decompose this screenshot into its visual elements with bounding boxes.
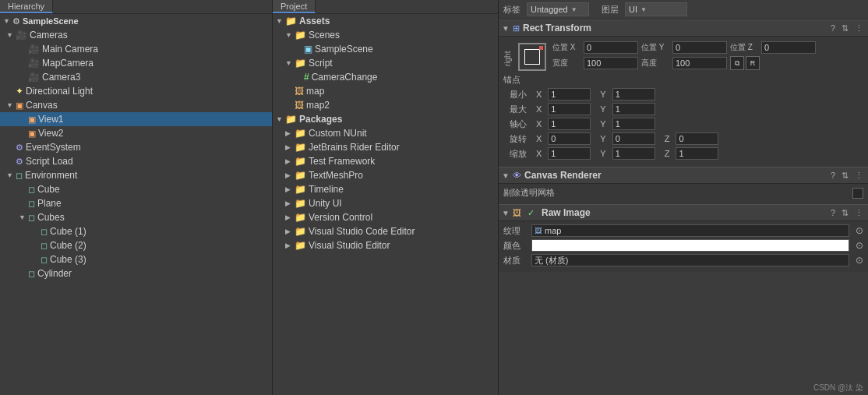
cameras-arrow: ▼ [6, 31, 16, 39]
project-item-packages[interactable]: ▼ 📁 Packages [273, 112, 498, 126]
hierarchy-item-environment[interactable]: ▼ ◻ Environment [0, 168, 272, 182]
hierarchy-item-cube1[interactable]: ◻ Cube (1) [0, 224, 272, 238]
anchor-min-label: 最小 [510, 89, 531, 101]
raw-image-help-btn[interactable]: ? [829, 208, 837, 217]
scale-z-input[interactable]: 1 [676, 147, 718, 160]
project-item-custom-nunit[interactable]: ▶ 📁 Custom NUnit [273, 126, 498, 140]
hierarchy-item-main-camera[interactable]: 🎥 Main Camera [0, 42, 272, 56]
rect-transform-arrow[interactable]: ▼ [502, 24, 510, 33]
pos-z-input[interactable]: 0 [761, 41, 816, 54]
anchor-max-x-input[interactable]: 1 [548, 103, 591, 115]
raw-image-settings-btn[interactable]: ⇅ [840, 208, 850, 218]
tag-dropdown[interactable]: Untagged ▼ [527, 2, 589, 16]
raw-image-check: ✓ [528, 208, 535, 218]
unity-ui-arrow: ▶ [285, 199, 295, 207]
pivot-x-input[interactable]: 1 [548, 118, 591, 130]
color-target-icon[interactable]: ⊙ [856, 240, 863, 251]
cull-checkbox[interactable] [852, 188, 863, 199]
pos-y-input[interactable]: 0 [672, 41, 727, 54]
lock-btn[interactable]: ⧉ [730, 56, 744, 70]
texture-target-icon[interactable]: ⊙ [856, 225, 863, 236]
anchor-max-y-input[interactable]: 1 [612, 103, 655, 115]
project-item-map2[interactable]: 🖼 map2 [273, 98, 498, 112]
canvas-renderer-menu-btn[interactable]: ⋮ [853, 171, 865, 181]
project-item-camera-change[interactable]: # CameraChange [273, 70, 498, 84]
texture-value-field[interactable]: 🖼 map [531, 224, 849, 237]
hierarchy-item-cube-env[interactable]: ◻ Cube [0, 182, 272, 196]
anchor-min-x-input[interactable]: 1 [548, 88, 591, 101]
pos-x-input[interactable]: 0 [584, 41, 638, 54]
material-value-field[interactable]: 无 (材质) [531, 254, 849, 266]
project-item-script-folder[interactable]: ▼ 📁 Script [273, 56, 498, 70]
hierarchy-item-plane[interactable]: ◻ Plane [0, 196, 272, 210]
project-item-textmeshpro[interactable]: ▶ 📁 TextMeshPro [273, 168, 498, 182]
anchor-min-y-input[interactable]: 1 [612, 88, 655, 101]
hierarchy-item-cubes[interactable]: ▼ ◻ Cubes [0, 210, 272, 224]
project-item-jetbrains[interactable]: ▶ 📁 JetBrains Rider Editor [273, 140, 498, 154]
raw-image-arrow[interactable]: ▼ [502, 209, 510, 217]
project-item-sample-scene[interactable]: ▣ SampleScene [273, 42, 498, 56]
vs-editor-label: Visual Studio Editor [309, 240, 390, 251]
canvas-renderer-settings-btn[interactable]: ⇅ [840, 171, 850, 181]
hierarchy-item-canvas[interactable]: ▼ ▣ Canvas [0, 98, 272, 112]
main-camera-icon: 🎥 [28, 44, 40, 55]
hierarchy-item-cube2[interactable]: ◻ Cube (2) [0, 238, 272, 252]
scale-y-input[interactable]: 1 [612, 147, 655, 160]
color-picker[interactable] [531, 239, 849, 252]
project-item-test-framework[interactable]: ▶ 📁 Test Framework [273, 154, 498, 168]
raw-image-enabled-checkbox[interactable]: ✓ [524, 206, 537, 219]
project-item-map[interactable]: 🖼 map [273, 84, 498, 98]
hierarchy-item-view1[interactable]: ▣ View1 [0, 112, 272, 126]
hierarchy-item-view2[interactable]: ▣ View2 [0, 126, 272, 140]
project-item-scenes[interactable]: ▼ 📁 Scenes [273, 28, 498, 42]
canvas-renderer-arrow[interactable]: ▼ [502, 171, 510, 180]
project-tab[interactable]: Project [273, 0, 316, 13]
layer-dropdown[interactable]: UI ▼ [625, 2, 687, 16]
pivot-y-input[interactable]: 1 [612, 118, 655, 130]
rot-y-input[interactable]: 0 [612, 132, 655, 145]
cube-env-label: Cube [37, 184, 60, 195]
rect-transform-menu-btn[interactable]: ⋮ [853, 23, 865, 34]
project-item-assets[interactable]: ▼ 📁 Assets [273, 14, 498, 28]
r-btn[interactable]: R [746, 56, 760, 70]
project-item-timeline[interactable]: ▶ 📁 Timeline [273, 182, 498, 196]
width-input[interactable]: 100 [584, 57, 638, 69]
vs-editor-arrow: ▶ [285, 242, 295, 249]
project-item-version-control[interactable]: ▶ 📁 Version Control [273, 210, 498, 224]
rect-transform-settings-btn[interactable]: ⇅ [840, 23, 850, 34]
hierarchy-item-cameras[interactable]: ▼ 🎥 Cameras [0, 28, 272, 42]
raw-image-menu-btn[interactable]: ⋮ [853, 208, 865, 218]
hierarchy-item-script-load[interactable]: ⚙ Script Load [0, 154, 272, 168]
hierarchy-item-event-system[interactable]: ⚙ EventSystem [0, 140, 272, 154]
rot-x-input[interactable]: 0 [548, 132, 591, 145]
hierarchy-item-cube3[interactable]: ◻ Cube (3) [0, 252, 272, 266]
scale-x-label: X [536, 149, 542, 158]
scenes-label: Scenes [309, 30, 340, 41]
rot-z-input[interactable]: 0 [676, 132, 718, 145]
project-item-vs-editor[interactable]: ▶ 📁 Visual Studio Editor [273, 238, 498, 252]
version-control-arrow: ▶ [285, 213, 295, 221]
hierarchy-item-cylinder[interactable]: ◻ Cylinder [0, 266, 272, 280]
hierarchy-item-camera3[interactable]: 🎥 Camera3 [0, 70, 272, 84]
material-target-icon[interactable]: ⊙ [856, 255, 863, 266]
scale-x-input[interactable]: 1 [548, 147, 591, 160]
project-item-unity-ui[interactable]: ▶ 📁 Unity UI [273, 196, 498, 210]
height-input[interactable]: 100 [672, 57, 727, 69]
tag-value: Untagged [531, 5, 568, 14]
hierarchy-item-directional-light[interactable]: ✦ Directional Light [0, 84, 272, 98]
color-label: 颜色 [503, 240, 525, 252]
hierarchy-tab[interactable]: Hierarchy [0, 0, 53, 13]
sample-scene-header[interactable]: ▼ ⚙ SampleScene [0, 14, 272, 28]
anchor-section: 锚点 最小 X 1 Y 1 最大 X 1 Y 1 [503, 74, 863, 160]
anchor-max-label: 最大 [510, 104, 531, 115]
project-item-vs-code-editor[interactable]: ▶ 📁 Visual Studio Code Editor [273, 224, 498, 238]
cubes-icon: ◻ [28, 213, 35, 223]
plane-label: Plane [37, 198, 62, 209]
rect-transform-help-btn[interactable]: ? [829, 23, 837, 33]
texture-value-text: map [545, 226, 561, 235]
hierarchy-item-map-camera[interactable]: 🎥 MapCamera [0, 56, 272, 70]
scenes-arrow: ▼ [285, 31, 295, 39]
scene-icon: ⚙ [12, 16, 20, 26]
canvas-renderer-help-btn[interactable]: ? [829, 171, 837, 180]
rect-transform-body: right 位置 X 0 [499, 37, 868, 167]
